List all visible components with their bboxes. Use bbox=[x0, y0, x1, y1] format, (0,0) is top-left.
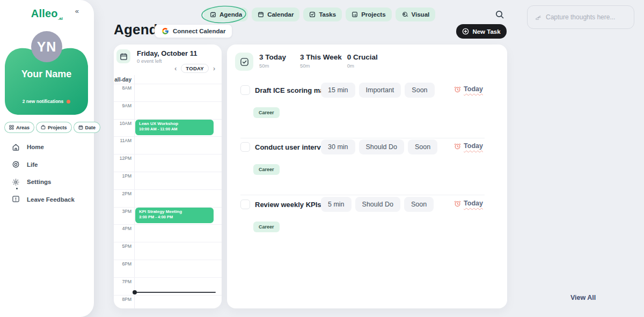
projects-icon bbox=[41, 125, 46, 130]
tab-calendar[interactable]: Calendar bbox=[252, 8, 299, 21]
plus-circle-icon bbox=[462, 28, 469, 35]
calendar-icon bbox=[258, 11, 264, 18]
calendar-nav: ‹ TODAY › bbox=[174, 64, 215, 73]
main-tabs: Agenda Calendar Tasks Projects Visual bbox=[204, 8, 435, 21]
life-icon bbox=[12, 160, 20, 168]
row-divider bbox=[240, 195, 485, 195]
current-time-indicator bbox=[134, 292, 216, 293]
notification-dot-icon bbox=[67, 100, 70, 104]
hour-label: 1PM bbox=[114, 173, 131, 179]
hour-line bbox=[114, 260, 222, 260]
hour-line bbox=[114, 242, 222, 242]
new-task-button[interactable]: New Task bbox=[456, 24, 507, 39]
priority-badge[interactable]: Important bbox=[359, 83, 401, 98]
stat-this-week: 3 This Week50m bbox=[300, 53, 342, 69]
timeframe-badge[interactable]: Soon bbox=[408, 139, 437, 154]
hour-label: 4PM bbox=[114, 226, 131, 231]
calendar-event[interactable]: Lean UX Workshop 10:00 AM - 11:00 AM bbox=[135, 120, 214, 135]
time-column-divider bbox=[134, 75, 135, 308]
priority-badge[interactable]: Should Do bbox=[355, 197, 400, 212]
prev-day-button[interactable]: ‹ bbox=[174, 65, 177, 72]
due-date[interactable]: Today bbox=[454, 142, 483, 150]
agenda-icon bbox=[210, 11, 216, 18]
task-tag[interactable]: Career bbox=[253, 107, 280, 118]
areas-filter-button[interactable]: Areas bbox=[4, 122, 34, 133]
task-stats: 3 Today50m 3 This Week50m 0 Crucial0m bbox=[259, 53, 392, 69]
capture-thoughts-input[interactable] bbox=[546, 13, 626, 21]
sidebar-nav: Home Life Settings Leave Feedback bbox=[12, 142, 75, 212]
timeframe-badge[interactable]: Soon bbox=[405, 83, 434, 98]
projects-filter-button[interactable]: Projects bbox=[36, 122, 72, 133]
hour-label: 10AM bbox=[114, 121, 131, 126]
capture-pen-icon bbox=[535, 14, 541, 20]
task-badges: 5 min Should Do Soon bbox=[321, 197, 434, 212]
search-icon bbox=[495, 10, 504, 19]
life-indicator-dot bbox=[16, 188, 18, 189]
sidebar-item-settings[interactable]: Settings bbox=[12, 177, 75, 187]
time-grid[interactable]: all-day 8AM 9AM 10AM 11AM 12PM 1PM 2PM 3… bbox=[114, 75, 222, 308]
task-row: Draft ICE scoring matrix 15 min Importan… bbox=[227, 82, 507, 138]
tab-visual[interactable]: Visual bbox=[396, 8, 436, 21]
task-row: Conduct user interviews 30 min Should Do… bbox=[227, 138, 507, 195]
sidebar-item-home[interactable]: Home bbox=[12, 142, 75, 152]
hour-line bbox=[114, 295, 222, 296]
priority-badge[interactable]: Should Do bbox=[359, 139, 404, 154]
task-checkbox[interactable] bbox=[240, 142, 250, 152]
areas-icon bbox=[9, 125, 14, 130]
date-filter-button[interactable]: Date bbox=[74, 122, 101, 133]
hour-label: 5PM bbox=[114, 244, 131, 249]
duration-badge[interactable]: 5 min bbox=[321, 197, 352, 212]
tab-projects[interactable]: Projects bbox=[346, 8, 391, 21]
events-left-label: 0 event left bbox=[137, 58, 162, 64]
next-day-button[interactable]: › bbox=[213, 65, 215, 72]
visual-icon bbox=[401, 11, 408, 18]
hour-label: 9AM bbox=[114, 103, 131, 108]
filter-row: Areas Projects Date bbox=[4, 122, 90, 133]
home-icon bbox=[12, 143, 20, 151]
capture-thoughts-box bbox=[527, 5, 634, 29]
hour-line bbox=[114, 277, 222, 278]
hour-label: 2PM bbox=[114, 191, 131, 196]
avatar[interactable]: YN bbox=[31, 31, 62, 62]
task-tag[interactable]: Career bbox=[253, 222, 280, 232]
stat-today: 3 Today50m bbox=[259, 53, 286, 69]
day-calendar-panel: Friday, October 11 0 event left ‹ TODAY … bbox=[114, 45, 222, 308]
hour-label: 11AM bbox=[114, 138, 131, 143]
task-badges: 30 min Should Do Soon bbox=[321, 139, 437, 154]
task-row: Review weekly KPIs 5 min Should Do Soon … bbox=[227, 196, 507, 253]
view-all-link[interactable]: View All bbox=[570, 294, 596, 301]
task-checkbox[interactable] bbox=[240, 85, 250, 95]
duration-badge[interactable]: 30 min bbox=[321, 139, 355, 154]
hour-line bbox=[114, 136, 222, 137]
hour-line bbox=[114, 154, 222, 154]
stat-crucial: 0 Crucial0m bbox=[347, 53, 378, 69]
today-button[interactable]: TODAY bbox=[181, 64, 209, 73]
calendar-event[interactable]: KPI Strategy Meeting 3:00 PM - 4:00 PM bbox=[135, 208, 214, 223]
search-button[interactable] bbox=[495, 10, 506, 20]
tasks-check-icon bbox=[235, 53, 253, 71]
tab-tasks[interactable]: Tasks bbox=[303, 8, 342, 21]
collapse-sidebar-icon[interactable]: « bbox=[75, 7, 79, 15]
due-date[interactable]: Today bbox=[454, 200, 483, 207]
hour-line bbox=[114, 101, 222, 102]
timeframe-badge[interactable]: Soon bbox=[404, 197, 434, 212]
sidebar-item-leave-feedback[interactable]: Leave Feedback bbox=[12, 195, 75, 204]
hour-label: 3PM bbox=[114, 209, 131, 214]
feedback-icon bbox=[12, 195, 20, 203]
hour-line bbox=[114, 172, 222, 172]
due-date[interactable]: Today bbox=[454, 85, 483, 93]
profile-name: Your Name bbox=[5, 69, 88, 80]
hour-line bbox=[114, 189, 222, 190]
task-badges: 15 min Important Soon bbox=[321, 83, 435, 98]
calendar-date: Friday, October 11 bbox=[137, 49, 197, 57]
notifications[interactable]: 2 new notifications bbox=[5, 99, 88, 104]
sidebar-item-life[interactable]: Life bbox=[12, 160, 75, 169]
tab-agenda[interactable]: Agenda bbox=[204, 8, 248, 21]
connect-calendar-button[interactable]: Connect Calendar bbox=[155, 24, 232, 38]
task-title[interactable]: Review weekly KPIs bbox=[255, 201, 321, 209]
task-checkbox[interactable] bbox=[240, 200, 250, 209]
task-tag[interactable]: Career bbox=[253, 164, 280, 175]
all-day-label: all-day bbox=[114, 77, 134, 83]
app-logo: Alleo.ai bbox=[0, 8, 94, 21]
duration-badge[interactable]: 15 min bbox=[321, 83, 355, 98]
